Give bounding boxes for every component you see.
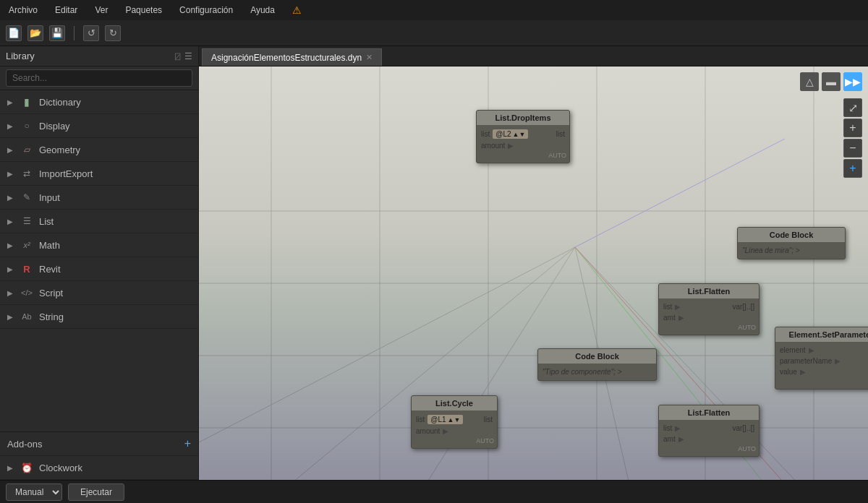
mode-select[interactable]: Manual Auto [6, 483, 62, 501]
navigate-button[interactable]: ▶▶ [843, 72, 862, 91]
sidebar-item-display[interactable]: ▶ ○ Display [0, 114, 198, 138]
sidebar-item-label: Input [39, 192, 60, 203]
menu-editar[interactable]: Editar [52, 4, 80, 17]
expand-arrow: ▶ [7, 194, 14, 202]
port-label: parameterName [780, 357, 832, 365]
node-header: List.Flatten [659, 405, 759, 420]
node-header: List.Flatten [659, 284, 759, 298]
toolbar: 📄 📂 💾 ↺ ↻ [0, 20, 868, 46]
sidebar-header: Library ⍁ ☰ [0, 46, 198, 66]
sidebar: Library ⍁ ☰ ▶ ▮ Dictionary ▶ ○ Display ▶ [0, 46, 199, 480]
node-body: list ▶ var[]..[] amt ▶ AUTO [659, 420, 759, 456]
node-row-list: list @L1 ▲▼ list [412, 413, 497, 426]
node-element-set-param[interactable]: Element.SetParameterByName element ▶ Ele… [775, 327, 868, 390]
node-header: Element.SetParameterByName [775, 327, 868, 342]
sidebar-item-label: Script [39, 288, 63, 298]
chip-value: @L2 [495, 130, 511, 138]
expand-arrow: ▶ [7, 289, 14, 297]
node-header: List.Cycle [412, 396, 497, 410]
search-input[interactable] [6, 69, 192, 87]
node-code-block-2[interactable]: Code Block "Tipo de componente"; > [537, 348, 657, 381]
open-button[interactable]: 📂 [27, 25, 43, 41]
svg-line-10 [199, 247, 575, 442]
node-header: List.DropItems [477, 111, 569, 125]
node-row-list: list @L2 ▲▼ list [477, 128, 569, 140]
node-list-drop-items[interactable]: List.DropItems list @L2 ▲▼ list amount ▶ [476, 110, 570, 163]
node-auto-label: AUTO [659, 444, 759, 453]
view3d-button[interactable]: △ [800, 72, 819, 91]
node-row-list: list ▶ var[]..[] [659, 423, 759, 434]
port-arrow: ▶ [678, 314, 684, 322]
chip-value: @L1 [430, 416, 446, 424]
node-body: list @L1 ▲▼ list amount ▶ AUTO [412, 410, 497, 448]
display-icon: ○ [20, 119, 33, 132]
port-label: amount [481, 142, 505, 150]
save-button[interactable]: 💾 [49, 25, 65, 41]
expand-arrow: ▶ [7, 464, 14, 472]
node-code-block-1[interactable]: Code Block "Línea de mira"; > [737, 227, 846, 259]
port-out: var[]..[] [732, 424, 754, 432]
node-auto-label: AUTO [659, 323, 759, 332]
node-header: Code Block [738, 228, 845, 242]
search-box [0, 66, 198, 90]
node-auto-label: AUTO [775, 377, 868, 386]
view2d-button[interactable]: ▬ [822, 72, 841, 91]
sidebar-item-revit[interactable]: ▶ R Revit [0, 257, 198, 281]
fit-button[interactable]: ⤢ [843, 98, 862, 117]
port-arrow: ▶ [835, 357, 841, 365]
addons-plus-button[interactable]: + [184, 437, 191, 450]
menu-archivo[interactable]: Archivo [6, 4, 41, 17]
sidebar-item-string[interactable]: ▶ Ab String [0, 305, 198, 329]
tab-close-button[interactable]: ✕ [366, 53, 373, 62]
sidebar-item-label: Clockwork [39, 463, 82, 473]
tab-label: AsignaciónElementosEstructurales.dyn [211, 53, 362, 63]
port-label: value [780, 368, 797, 376]
node-auto-label: AUTO [477, 151, 569, 160]
port-out: list [484, 416, 493, 424]
geometry-icon: ▱ [20, 143, 33, 156]
sidebar-item-math[interactable]: ▶ x² Math [0, 233, 198, 257]
sidebar-item-clockwork[interactable]: ▶ ⏰ Clockwork [0, 456, 198, 480]
importexport-icon: ⇄ [20, 167, 33, 180]
menu-paquetes[interactable]: Paquetes [122, 4, 165, 17]
sidebar-item-input[interactable]: ▶ ✎ Input [0, 186, 198, 210]
expand-arrow: ▶ [7, 313, 14, 321]
node-list-cycle[interactable]: List.Cycle list @L1 ▲▼ list amount ▶ [411, 395, 498, 449]
node-chip: @L2 ▲▼ [493, 129, 528, 139]
sidebar-item-importexport[interactable]: ▶ ⇄ ImportExport [0, 162, 198, 186]
script-icon: </> [20, 286, 33, 299]
node-row-amount: amount ▶ [412, 426, 497, 437]
node-value: "Línea de mira"; > [738, 245, 845, 256]
port-label: element [780, 346, 806, 354]
add-button[interactable]: + [843, 159, 862, 178]
node-value: "Tipo de componente"; > [538, 366, 656, 377]
node-list-flatten-2[interactable]: List.Flatten list ▶ var[]..[] amt ▶ AUTO [658, 405, 760, 457]
sidebar-menu-icon[interactable]: ☰ [184, 51, 192, 61]
sidebar-item-geometry[interactable]: ▶ ▱ Geometry [0, 138, 198, 162]
toolbar-separator [74, 26, 75, 40]
port-arrow: ▶ [675, 424, 681, 432]
sidebar-item-dictionary[interactable]: ▶ ▮ Dictionary [0, 90, 198, 114]
expand-arrow: ▶ [7, 146, 14, 154]
list-icon: ☰ [20, 215, 33, 228]
undo-button[interactable]: ↺ [83, 25, 99, 41]
new-button[interactable]: 📄 [6, 25, 22, 41]
node-list-flatten-1[interactable]: List.Flatten list ▶ var[]..[] amt ▶ AUTO [658, 283, 760, 335]
node-row-element: element ▶ Element [775, 345, 868, 356]
sidebar-filter-icon[interactable]: ⍁ [175, 51, 180, 61]
menu-ayuda[interactable]: Ayuda [247, 4, 278, 17]
zoom-out-button[interactable]: − [843, 139, 862, 158]
canvas-area[interactable]: List.DropItems list @L2 ▲▼ list amount ▶ [199, 66, 868, 480]
sidebar-item-script[interactable]: ▶ </> Script [0, 281, 198, 305]
expand-arrow: ▶ [7, 265, 14, 273]
node-chip: @L1 ▲▼ [427, 415, 463, 424]
zoom-in-button[interactable]: + [843, 119, 862, 137]
sidebar-item-list[interactable]: ▶ ☰ List [0, 210, 198, 233]
execute-button[interactable]: Ejecutar [68, 483, 124, 501]
main-tab[interactable]: AsignaciónElementosEstructurales.dyn ✕ [202, 48, 382, 66]
menu-ver[interactable]: Ver [92, 4, 111, 17]
menu-configuracion[interactable]: Configuración [176, 4, 236, 17]
port-label: amt [663, 435, 676, 443]
content-area: AsignaciónElementosEstructurales.dyn ✕ [199, 46, 868, 480]
redo-button[interactable]: ↻ [105, 25, 121, 41]
